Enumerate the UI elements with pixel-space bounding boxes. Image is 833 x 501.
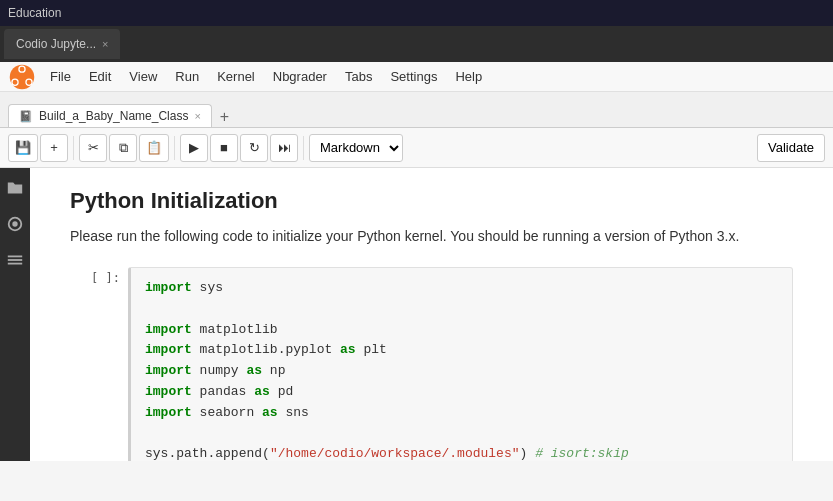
browser-tab-close-icon[interactable]: ×: [102, 38, 108, 50]
notebook-tab-bar: 📓 Build_a_Baby_Name_Class × +: [0, 92, 833, 128]
add-cell-button[interactable]: +: [40, 134, 68, 162]
menu-item-tabs[interactable]: Tabs: [337, 66, 380, 87]
code-line-6: import seaborn as sns: [145, 403, 778, 424]
restart-button[interactable]: ↻: [240, 134, 268, 162]
copy-button[interactable]: ⧉: [109, 134, 137, 162]
menu-item-help[interactable]: Help: [447, 66, 490, 87]
code-line-1: import sys: [145, 278, 778, 299]
fast-forward-button[interactable]: ⏭: [270, 134, 298, 162]
top-bar-label: Education: [8, 6, 61, 20]
jupyter-logo-icon: [8, 63, 36, 91]
save-button[interactable]: 💾: [8, 134, 38, 162]
code-line-7: sys.path.append("/home/codio/workspace/.…: [145, 444, 778, 461]
svg-rect-7: [8, 259, 22, 261]
code-line-blank-2: [145, 424, 778, 445]
toolbar-separator-1: [73, 136, 74, 160]
menu-item-file[interactable]: File: [42, 66, 79, 87]
menu-bar: File Edit View Run Kernel Nbgrader Tabs …: [0, 62, 833, 92]
browser-tab-bar: Codio Jupyte... ×: [0, 26, 833, 62]
code-line-3: import matplotlib.pyplot as plt: [145, 340, 778, 361]
browser-tab[interactable]: Codio Jupyte... ×: [4, 29, 120, 59]
add-notebook-tab-button[interactable]: +: [214, 107, 235, 127]
paste-icon: 📋: [146, 140, 162, 155]
notebook-tab-active[interactable]: 📓 Build_a_Baby_Name_Class ×: [8, 104, 212, 127]
code-line-5: import pandas as pd: [145, 382, 778, 403]
notebook-description: Please run the following code to initial…: [70, 226, 793, 247]
menu-item-kernel[interactable]: Kernel: [209, 66, 263, 87]
cut-button[interactable]: ✂: [79, 134, 107, 162]
cut-icon: ✂: [88, 140, 99, 155]
code-block[interactable]: import sys import matplotlib import matp…: [128, 267, 793, 461]
top-bar: Education: [0, 0, 833, 26]
code-cell: [ ]: import sys import matplotlib import…: [70, 267, 793, 461]
notebook-heading: Python Initialization: [70, 188, 793, 214]
code-line-blank-1: [145, 299, 778, 320]
left-sidebar: [0, 168, 30, 461]
run-icon: ▶: [189, 140, 199, 155]
cell-type-select[interactable]: Markdown Code Raw: [309, 134, 403, 162]
svg-point-3: [12, 79, 18, 85]
main-area: Python Initialization Please run the fol…: [0, 168, 833, 461]
stop-button[interactable]: ■: [210, 134, 238, 162]
validate-button[interactable]: Validate: [757, 134, 825, 162]
sidebar-circle-icon[interactable]: [3, 212, 27, 236]
copy-icon: ⧉: [119, 140, 128, 156]
svg-rect-8: [8, 263, 22, 265]
svg-point-1: [19, 66, 25, 72]
menu-item-edit[interactable]: Edit: [81, 66, 119, 87]
menu-item-view[interactable]: View: [121, 66, 165, 87]
stop-icon: ■: [220, 140, 228, 155]
plus-icon: +: [50, 140, 58, 155]
toolbar-separator-2: [174, 136, 175, 160]
notebook-tab-icon: 📓: [19, 110, 33, 123]
sidebar-folder-icon[interactable]: [3, 176, 27, 200]
menu-item-settings[interactable]: Settings: [382, 66, 445, 87]
browser-tab-label: Codio Jupyte...: [16, 37, 96, 51]
notebook-tab-close-icon[interactable]: ×: [194, 110, 200, 122]
svg-rect-6: [8, 256, 22, 258]
svg-point-2: [26, 79, 32, 85]
restart-icon: ↻: [249, 140, 260, 155]
sidebar-list-icon[interactable]: [3, 248, 27, 272]
cell-prompt: [ ]:: [70, 267, 120, 285]
menu-item-nbgrader[interactable]: Nbgrader: [265, 66, 335, 87]
save-icon: 💾: [15, 140, 31, 155]
fast-forward-icon: ⏭: [278, 140, 291, 155]
notebook-tab-label: Build_a_Baby_Name_Class: [39, 109, 188, 123]
svg-point-5: [12, 221, 17, 226]
toolbar-separator-3: [303, 136, 304, 160]
toolbar: 💾 + ✂ ⧉ 📋 ▶ ■ ↻ ⏭ Markdown Code Raw Vali…: [0, 128, 833, 168]
notebook-content: Python Initialization Please run the fol…: [30, 168, 833, 461]
code-line-4: import numpy as np: [145, 361, 778, 382]
paste-button[interactable]: 📋: [139, 134, 169, 162]
code-line-2: import matplotlib: [145, 320, 778, 341]
menu-item-run[interactable]: Run: [167, 66, 207, 87]
run-button[interactable]: ▶: [180, 134, 208, 162]
